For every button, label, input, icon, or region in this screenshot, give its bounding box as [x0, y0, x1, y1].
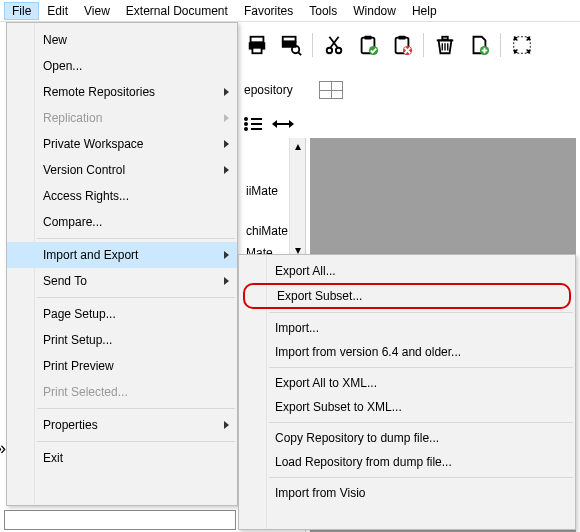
expand-chevrons-icon[interactable]: » — [0, 438, 2, 459]
menu-item-label: Print Selected... — [43, 385, 128, 399]
menu-item-import-export[interactable]: Import and Export — [7, 242, 237, 268]
menubar-item-external-document[interactable]: External Document — [118, 2, 236, 20]
menu-item-access-rights[interactable]: Access Rights... — [7, 183, 237, 209]
chevron-right-icon — [224, 140, 229, 148]
menubar-item-window[interactable]: Window — [345, 2, 404, 20]
menu-separator — [37, 238, 235, 239]
file-menu: New Open... Remote Repositories Replicat… — [6, 22, 238, 506]
menu-item-label: Version Control — [43, 163, 125, 177]
menu-item-print-setup[interactable]: Print Setup... — [7, 327, 237, 353]
menu-separator — [269, 477, 573, 478]
menu-item-label: Import from version 6.4 and older... — [275, 345, 461, 359]
menu-item-label: Copy Repository to dump file... — [275, 431, 439, 445]
svg-rect-2 — [252, 48, 261, 54]
menu-item-print-selected: Print Selected... — [7, 379, 237, 405]
page-add-icon[interactable] — [466, 32, 492, 58]
svg-line-6 — [298, 52, 301, 55]
menu-item-private-workspace[interactable]: Private Workspace — [7, 131, 237, 157]
menu-item-exit[interactable]: Exit — [7, 445, 237, 471]
status-input[interactable] — [4, 510, 236, 530]
toolbar-separator — [500, 33, 501, 57]
svg-rect-12 — [364, 36, 371, 40]
fit-icon[interactable] — [509, 32, 535, 58]
trash-icon[interactable] — [432, 32, 458, 58]
menu-item-label: Exit — [43, 451, 63, 465]
submenu-item-import[interactable]: Import... — [239, 316, 575, 340]
svg-point-7 — [327, 48, 333, 54]
chevron-right-icon — [224, 421, 229, 429]
grid-icon[interactable] — [319, 81, 343, 99]
submenu-item-copy-dump[interactable]: Copy Repository to dump file... — [239, 426, 575, 450]
menu-item-print-preview[interactable]: Print Preview — [7, 353, 237, 379]
menu-item-label: Export All... — [275, 264, 336, 278]
menu-item-compare[interactable]: Compare... — [7, 209, 237, 235]
menu-item-label: Print Preview — [43, 359, 114, 373]
menu-separator — [269, 312, 573, 313]
svg-rect-0 — [251, 37, 264, 43]
svg-rect-20 — [442, 37, 448, 40]
menu-item-label: Replication — [43, 111, 102, 125]
menubar-item-view[interactable]: View — [76, 2, 118, 20]
menu-item-label: New — [43, 33, 67, 47]
svg-rect-3 — [283, 37, 296, 42]
menu-item-label: Open... — [43, 59, 82, 73]
submenu-item-import-old[interactable]: Import from version 6.4 and older... — [239, 340, 575, 364]
toolbar — [244, 28, 580, 62]
submenu-item-load-dump[interactable]: Load Repository from dump file... — [239, 450, 575, 474]
menu-item-new[interactable]: New — [7, 27, 237, 53]
menu-item-label: Export All to XML... — [275, 376, 377, 390]
menu-item-version-control[interactable]: Version Control — [7, 157, 237, 183]
scrollbar[interactable]: ▴ ▾ — [289, 138, 305, 258]
menubar-item-favorites[interactable]: Favorites — [236, 2, 301, 20]
menu-item-remote-repositories[interactable]: Remote Repositories — [7, 79, 237, 105]
menu-item-replication: Replication — [7, 105, 237, 131]
chevron-right-icon — [224, 166, 229, 174]
menubar: File Edit View External Document Favorit… — [0, 0, 580, 22]
bullet-list-icon[interactable] — [244, 117, 262, 131]
cut-icon[interactable] — [321, 32, 347, 58]
menu-item-label: Export Subset... — [277, 289, 362, 303]
menu-item-label: Export Subset to XML... — [275, 400, 402, 414]
menu-item-label: Send To — [43, 274, 87, 288]
menu-item-label: Properties — [43, 418, 98, 432]
paste-cancel-icon[interactable] — [389, 32, 415, 58]
menu-separator — [37, 297, 235, 298]
submenu-item-export-all[interactable]: Export All... — [239, 259, 575, 283]
scroll-up-icon[interactable]: ▴ — [290, 138, 305, 154]
menu-separator — [269, 367, 573, 368]
chevron-right-icon — [224, 277, 229, 285]
menu-item-label: Print Setup... — [43, 333, 112, 347]
menubar-item-tools[interactable]: Tools — [301, 2, 345, 20]
menubar-item-help[interactable]: Help — [404, 2, 445, 20]
svg-rect-15 — [398, 36, 405, 40]
menu-item-label: Import... — [275, 321, 319, 335]
menu-item-label: Private Workspace — [43, 137, 143, 151]
menu-item-label: Load Repository from dump file... — [275, 455, 452, 469]
svg-point-8 — [336, 48, 342, 54]
menu-item-page-setup[interactable]: Page Setup... — [7, 301, 237, 327]
toolbar-separator — [312, 33, 313, 57]
toolbar-separator — [423, 33, 424, 57]
menu-item-label: Access Rights... — [43, 189, 129, 203]
menu-separator — [269, 422, 573, 423]
menubar-item-file[interactable]: File — [4, 2, 39, 20]
menubar-item-edit[interactable]: Edit — [39, 2, 76, 20]
chevron-right-icon — [224, 114, 229, 122]
repository-tab-label[interactable]: epository — [244, 83, 293, 97]
print-search-icon[interactable] — [278, 32, 304, 58]
submenu-item-export-subset-xml[interactable]: Export Subset to XML... — [239, 395, 575, 419]
menu-item-send-to[interactable]: Send To — [7, 268, 237, 294]
menu-separator — [37, 408, 235, 409]
menu-item-open[interactable]: Open... — [7, 53, 237, 79]
menu-item-label: Page Setup... — [43, 307, 116, 321]
import-export-submenu: Export All... Export Subset... Import...… — [238, 254, 576, 530]
view-band — [244, 112, 576, 136]
chevron-right-icon — [224, 251, 229, 259]
menu-item-properties[interactable]: Properties — [7, 412, 237, 438]
print-icon[interactable] — [244, 32, 270, 58]
submenu-item-import-visio[interactable]: Import from Visio — [239, 481, 575, 505]
arrows-horiz-icon[interactable] — [272, 120, 294, 128]
submenu-item-export-subset[interactable]: Export Subset... — [243, 283, 571, 309]
submenu-item-export-all-xml[interactable]: Export All to XML... — [239, 371, 575, 395]
paste-icon[interactable] — [355, 32, 381, 58]
